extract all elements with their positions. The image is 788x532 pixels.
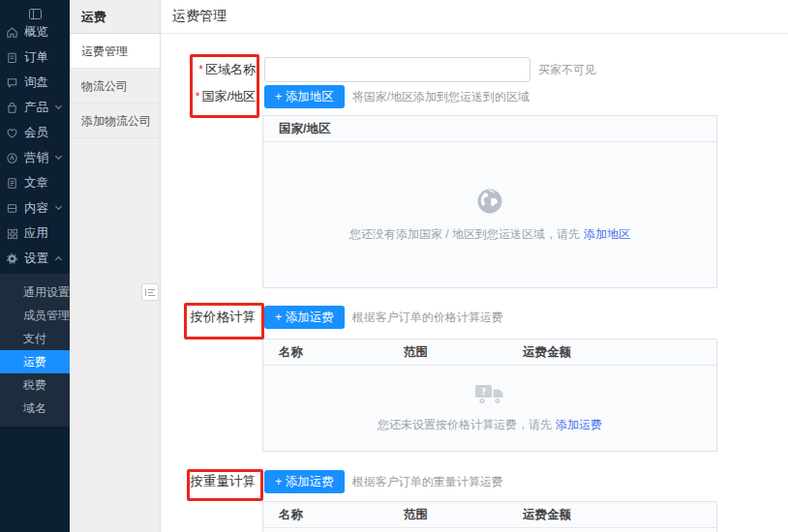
add-price-shipping-button[interactable]: + 添加运费 [264,306,345,329]
country-region-table: 国家/地区 您还没有添加国家 / 地区到您运送区域，请先添加地区 [262,115,717,288]
main-content: 运费管理 *区域名称 买家不可见 *国家/地区 + 添加地区 [161,0,788,532]
page-header: 运费管理 [161,0,788,34]
settings-icon [5,251,18,265]
country-region-label: *国家/地区 [161,88,256,105]
sidebar-collapse-icon[interactable] [0,0,70,19]
marketing-icon [5,151,18,164]
chevron-down-icon [55,203,62,210]
svg-text:?: ? [481,387,486,397]
column-header-range: 范围 [404,507,523,523]
add-region-button[interactable]: + 添加地区 [264,85,345,108]
apps-icon [5,226,18,240]
required-mark: * [198,63,203,76]
chevron-up-icon [55,256,62,263]
sidebar-item-label: 询盘 [24,74,48,91]
sidebar-item-content[interactable]: 内容 [0,195,70,221]
secondary-item-shipping-management[interactable]: 运费管理 [70,34,160,69]
shipping-form: *区域名称 买家不可见 *国家/地区 + 添加地区 将国家/地区添加到您运送到的… [161,34,788,532]
column-header-amount: 运费金额 [523,507,571,523]
submenu-item-shipping[interactable]: 运费 [0,350,70,373]
country-region-row: *国家/地区 + 添加地区 将国家/地区添加到您运送到的区域 [161,85,788,108]
sidebar-item-orders[interactable]: 订单 [0,44,70,70]
column-header-range: 范围 [404,344,523,361]
submenu-item-general-settings[interactable]: 通用设置 [0,281,70,304]
sidebar-item-overview[interactable]: 概览 [0,19,70,44]
page-title: 运费管理 [172,8,227,25]
weight-section-label: 按重量计算 [161,473,256,490]
app-layout: 概览 订单 询盘 产品 会员 营销 [0,0,788,532]
weight-section-hint: 根据客户订单的重量计算运费 [352,474,503,490]
column-header-name: 名称 [279,344,404,361]
list-icon [145,285,156,300]
settings-submenu: 通用设置 成员管理 支付 运费 税费 域名 [0,274,70,427]
country-region-empty-text: 您还没有添加国家 / 地区到您运送区域，请先添加地区 [349,226,630,243]
chevron-down-icon [55,153,62,160]
sidebar-item-label: 内容 [24,200,48,217]
column-header-amount: 运费金额 [523,344,571,361]
price-section-label: 按价格计算 [161,309,256,326]
product-icon [5,101,18,114]
add-price-shipping-link[interactable]: 添加运费 [556,418,602,431]
sidebar-item-articles[interactable]: 文章 [0,170,70,195]
sidebar-item-settings[interactable]: 设置 [0,246,70,271]
price-shipping-table: 名称 范围 运费金额 ? 您还未设置按价格计算运费，请先添加运费 [262,339,717,452]
article-icon [5,176,18,190]
weight-table-empty-state [263,528,716,532]
sidebar-item-marketing[interactable]: 营销 [0,145,70,170]
sidebar-item-label: 设置 [24,251,48,267]
add-region-link[interactable]: 添加地区 [584,227,630,241]
secondary-sidebar: 运费 运费管理 物流公司 添加物流公司 [70,0,161,532]
order-icon [5,50,18,64]
inquiry-icon [5,75,18,89]
price-table-empty-state: ? 您还未设置按价格计算运费，请先添加运费 [263,366,716,451]
weight-section-row: 按重量计算 + 添加运费 根据客户订单的重量计算运费 [161,470,788,493]
secondary-item-logistics-company[interactable]: 物流公司 [70,69,160,103]
region-name-row: *区域名称 买家不可见 [161,57,788,82]
weight-shipping-table: 名称 范围 运费金额 [262,501,717,532]
sidebar-item-label: 应用 [24,225,48,242]
sidebar-item-label: 订单 [24,49,48,66]
submenu-item-member-management[interactable]: 成员管理 [0,304,70,327]
secondary-item-add-logistics-company[interactable]: 添加物流公司 [70,103,160,138]
price-section-hint: 根据客户订单的价格计算运费 [352,310,503,326]
country-region-empty-state: 您还没有添加国家 / 地区到您运送区域，请先添加地区 [263,142,716,287]
country-region-table-header: 国家/地区 [263,116,716,142]
sidebar-item-label: 概览 [24,24,48,41]
home-icon [5,25,18,39]
weight-table-header-row: 名称 范围 运费金额 [263,502,716,528]
sidebar-item-label: 会员 [24,125,48,141]
globe-icon [476,188,503,218]
add-weight-shipping-button[interactable]: + 添加运费 [264,470,345,493]
sidebar-item-label: 文章 [24,175,48,192]
add-region-hint: 将国家/地区添加到您运送到的区域 [352,89,530,105]
price-table-empty-text: 您还未设置按价格计算运费，请先添加运费 [378,417,602,433]
sidebar-item-label: 产品 [24,100,48,116]
sidebar-item-apps[interactable]: 应用 [0,221,70,246]
sidebar-item-inquiries[interactable]: 询盘 [0,70,70,95]
required-mark: * [196,90,200,103]
region-name-label: *区域名称 [161,61,256,78]
panel-collapse-button[interactable] [141,283,159,301]
secondary-sidebar-title: 运费 [70,0,160,34]
sidebar-item-members[interactable]: 会员 [0,120,70,145]
column-header-name: 名称 [279,507,404,523]
price-table-header-row: 名称 范围 运费金额 [263,340,716,366]
main-sidebar: 概览 订单 询盘 产品 会员 营销 [0,0,70,532]
submenu-item-tax[interactable]: 税费 [0,373,70,397]
submenu-item-domain[interactable]: 域名 [0,397,70,420]
content-icon [5,201,18,215]
submenu-item-payment[interactable]: 支付 [0,327,70,350]
chevron-down-icon [55,103,62,109]
truck-icon: ? [474,384,505,408]
region-name-input[interactable] [264,57,530,82]
sidebar-item-products[interactable]: 产品 [0,95,70,120]
sidebar-nav: 概览 订单 询盘 产品 会员 营销 [0,19,70,427]
price-section-row: 按价格计算 + 添加运费 根据客户订单的价格计算运费 [161,306,788,329]
member-icon [5,126,18,139]
sidebar-item-label: 营销 [24,150,48,166]
region-name-hint: 买家不可见 [538,62,596,78]
